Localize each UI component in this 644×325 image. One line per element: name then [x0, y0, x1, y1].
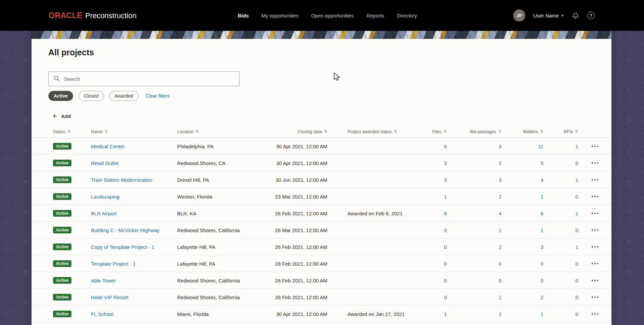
row-actions-button[interactable] — [590, 294, 600, 301]
column-header-rfis[interactable]: RFIs ⇅ — [543, 125, 578, 138]
sort-icon[interactable]: ⇅ — [575, 129, 578, 134]
files-count-link[interactable]: 6 — [444, 144, 447, 149]
bidders-count-link[interactable]: 4 — [541, 177, 543, 183]
files-count-link[interactable]: 1 — [444, 311, 447, 317]
brand-logo[interactable]: ORACLE Preconstruction — [49, 11, 137, 20]
bid-packages-count-link[interactable]: 3 — [499, 177, 501, 183]
filter-pill-active[interactable]: Active — [48, 91, 73, 101]
rfis-count-link[interactable]: 0 — [576, 194, 578, 200]
rfis-count-link[interactable]: 0 — [576, 227, 578, 233]
bid-packages-count-link[interactable]: 2 — [499, 244, 501, 250]
column-header-name[interactable]: Name ⇅ — [91, 125, 177, 138]
sort-icon[interactable]: ⇅ — [67, 129, 71, 134]
sort-icon[interactable]: ⇅ — [443, 129, 447, 134]
bid-packages-count-link[interactable]: 3 — [499, 144, 501, 149]
project-name-link[interactable]: Copy of Template Project - 1 — [91, 244, 154, 250]
files-count-link[interactable]: 0 — [444, 244, 447, 250]
nav-reports[interactable]: Reports — [366, 13, 384, 18]
bid-packages-count-link[interactable]: 1 — [499, 294, 501, 300]
rfis-count-link[interactable]: 0 — [576, 311, 578, 317]
avatar[interactable]: JP — [513, 9, 525, 21]
column-header-location[interactable]: Location ⇅ — [177, 125, 274, 138]
notifications-button[interactable] — [572, 12, 579, 19]
sort-icon[interactable]: ⇅ — [394, 129, 397, 134]
files-count-link[interactable]: 3 — [444, 160, 447, 166]
row-actions-button[interactable] — [590, 243, 600, 250]
sort-icon[interactable]: ⇅ — [105, 129, 108, 134]
bidders-count-link[interactable]: 1 — [541, 311, 543, 317]
project-name-link[interactable]: Landscaping — [91, 194, 119, 200]
sort-icon[interactable]: ⇅ — [324, 129, 327, 134]
clear-filters-link[interactable]: Clear filters — [146, 93, 170, 99]
nav-my-opportunities[interactable]: My opportunities — [262, 13, 299, 18]
rfis-count-link[interactable]: 0 — [576, 278, 578, 283]
project-name-link[interactable]: Building C - McVicker Highway — [91, 227, 160, 233]
bidders-count-link[interactable]: 3 — [541, 244, 543, 250]
bidders-count-link[interactable]: 0 — [541, 261, 543, 267]
bidders-count-link[interactable]: 2 — [541, 294, 543, 300]
column-header-files[interactable]: Files ⇅ — [414, 125, 447, 138]
rfis-count-link[interactable]: 1 — [576, 211, 578, 216]
row-actions-button[interactable] — [590, 311, 600, 317]
bid-packages-count-link[interactable]: 0 — [499, 261, 501, 267]
row-actions-button[interactable] — [590, 193, 600, 200]
project-name-link[interactable]: FL School — [91, 311, 113, 317]
rfis-count-link[interactable]: 1 — [576, 144, 578, 149]
row-actions-button[interactable] — [590, 210, 600, 217]
filter-pill-awarded[interactable]: Awarded — [109, 91, 139, 101]
bid-packages-count-link[interactable]: 2 — [499, 311, 501, 317]
project-name-link[interactable]: Template Project - 1 — [91, 261, 136, 267]
search-input[interactable] — [48, 71, 239, 86]
bid-packages-count-link[interactable]: 2 — [499, 194, 501, 200]
rfis-count-link[interactable]: 1 — [576, 244, 578, 250]
filter-pill-closed[interactable]: Closed — [78, 91, 104, 101]
project-name-link[interactable]: Retail Outlet — [91, 160, 119, 166]
bidders-count-link[interactable]: 0 — [541, 278, 543, 283]
row-actions-button[interactable] — [590, 143, 600, 150]
bidders-count-link[interactable]: 11 — [538, 144, 543, 149]
bidders-count-link[interactable]: 1 — [541, 227, 543, 233]
column-header-closing-date[interactable]: Closing date ⇅ — [274, 125, 327, 138]
project-name-link[interactable]: Medical Center — [91, 144, 125, 149]
rfis-count-link[interactable]: 1 — [576, 177, 578, 183]
bid-packages-count-link[interactable]: 2 — [499, 160, 501, 166]
files-count-link[interactable]: 0 — [444, 278, 447, 283]
column-header-project-awarded-status[interactable]: Project awarded status ⇅ — [327, 125, 414, 138]
bid-packages-count-link[interactable]: 4 — [499, 211, 501, 216]
sort-icon[interactable]: ⇅ — [196, 129, 199, 134]
column-header-bid-packages[interactable]: Bid packages ⇅ — [447, 125, 501, 138]
bid-packages-count-link[interactable]: 0 — [499, 278, 501, 283]
add-button[interactable]: + Add — [52, 111, 71, 121]
row-actions-button[interactable] — [590, 160, 600, 166]
project-name-link[interactable]: Train Station Modernization — [91, 177, 152, 183]
rfis-count-link[interactable]: 0 — [576, 160, 578, 166]
row-actions-button[interactable] — [590, 227, 600, 233]
bidders-count-link[interactable]: 1 — [541, 194, 543, 200]
column-header-bidders[interactable]: Bidders ⇅ — [501, 125, 543, 138]
help-button[interactable]: ? — [587, 12, 595, 19]
nav-directory[interactable]: Directory — [397, 13, 417, 18]
files-count-link[interactable]: 0 — [444, 261, 447, 267]
nav-bids[interactable]: Bids — [238, 13, 249, 18]
bid-packages-count-link[interactable]: 1 — [499, 227, 501, 233]
row-actions-button[interactable] — [590, 260, 600, 267]
project-name-link[interactable]: Hotel VIP Resort — [91, 294, 128, 300]
sort-icon[interactable]: ⇅ — [498, 129, 501, 134]
nav-open-opportunities[interactable]: Open opportunities — [311, 13, 354, 18]
files-count-link[interactable]: 8 — [444, 211, 447, 216]
files-count-link[interactable]: 0 — [444, 294, 447, 300]
project-name-link[interactable]: Able Tower — [91, 278, 116, 283]
row-actions-button[interactable] — [590, 277, 600, 284]
files-count-link[interactable]: 0 — [444, 227, 447, 233]
user-menu[interactable]: User Name ▾ — [533, 13, 564, 18]
column-header-status[interactable]: Status ⇅ — [32, 125, 91, 138]
bidders-count-link[interactable]: 5 — [541, 160, 543, 166]
project-name-link[interactable]: BLR Airport — [91, 211, 117, 216]
files-count-link[interactable]: 3 — [444, 177, 447, 183]
row-actions-button[interactable] — [590, 176, 600, 183]
files-count-link[interactable]: 1 — [444, 194, 447, 200]
rfis-count-link[interactable]: 0 — [576, 294, 578, 300]
bidders-count-link[interactable]: 6 — [541, 211, 543, 216]
sort-icon[interactable]: ⇅ — [540, 129, 543, 134]
rfis-count-link[interactable]: 0 — [576, 261, 578, 267]
